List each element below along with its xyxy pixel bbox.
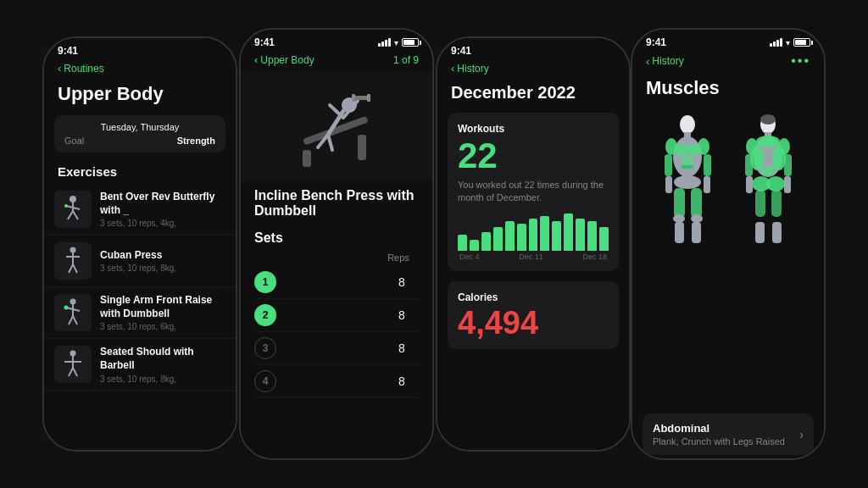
back-chevron-3: ‹: [451, 62, 454, 75]
exercise-item-3[interactable]: Single Arm Front Raise with Dumbbell 3 s…: [44, 287, 236, 339]
exercise-item-2[interactable]: Cuban Press 3 sets, 10 reps, 8kg,: [44, 236, 236, 287]
back-chevron-2: ‹: [254, 53, 258, 66]
svg-line-33: [328, 135, 332, 150]
back-chevron-4: ‹: [646, 55, 649, 68]
svg-rect-62: [761, 167, 775, 175]
nav-back-3[interactable]: ‹ History: [451, 62, 615, 75]
muscle-name-4: Abdominal: [653, 422, 785, 435]
svg-point-16: [64, 306, 69, 310]
chart-bar: [552, 221, 561, 251]
set-num-4[interactable]: 4: [254, 370, 276, 392]
svg-rect-65: [745, 154, 753, 176]
nav-bar-1: ‹ Routines: [44, 60, 236, 80]
exercise-name-1: Bent Over Rev Butterfly with _: [100, 191, 225, 217]
svg-point-51: [673, 214, 685, 223]
page-title-3: December 2022: [437, 80, 629, 109]
svg-line-14: [69, 316, 73, 324]
svg-rect-74: [772, 222, 782, 243]
set-num-2[interactable]: 2: [254, 304, 276, 326]
nav-row-2: ‹ Upper Body 1 of 9: [254, 53, 419, 66]
exercise-info-4: Seated Should with Barbell 3 sets, 10 re…: [100, 346, 225, 383]
chart-bar: [529, 219, 538, 251]
workouts-desc-3: You worked out 22 times during the month…: [458, 179, 609, 205]
page-title-2: Incline Bench Press with Dumbbell: [241, 181, 432, 222]
exercise-details-2: 3 sets, 10 reps, 8kg,: [100, 263, 225, 273]
exercise-info-3: Single Arm Front Raise with Dumbbell 3 s…: [100, 294, 225, 331]
set-reps-2: 8: [385, 308, 419, 322]
nav-counter-2: 1 of 9: [393, 54, 419, 66]
status-icons-2: ▾: [378, 38, 419, 47]
status-time-1: 9:41: [58, 45, 78, 57]
exercise-img-4: [54, 346, 92, 383]
section-title-1: Exercises: [44, 156, 236, 184]
svg-line-21: [73, 368, 77, 376]
calories-label-3: Calories: [458, 291, 609, 303]
phone-4: 9:41 ▾ ‹ History: [631, 28, 826, 460]
nav-back-2[interactable]: ‹ Upper Body: [254, 53, 314, 66]
phones-container: 9:41 ‹ Routines Upper Body Tuesday, Thur…: [0, 0, 868, 488]
chart-bar: [540, 216, 549, 251]
set-row-1[interactable]: 1 8: [254, 266, 419, 299]
svg-rect-40: [682, 161, 693, 164]
set-reps-3: 8: [385, 341, 419, 355]
exercise-hero-2: [241, 71, 432, 181]
svg-line-20: [69, 368, 73, 376]
svg-line-9: [69, 264, 73, 273]
chart-bar: [587, 221, 597, 251]
back-chevron-1: ‹: [58, 62, 61, 75]
svg-rect-29: [353, 96, 369, 100]
svg-rect-30: [352, 94, 355, 102]
incline-bench-illustration: [286, 75, 387, 177]
dots-menu-4[interactable]: •••: [791, 53, 810, 69]
goal-value-1: Strength: [177, 136, 215, 146]
set-num-1[interactable]: 1: [254, 271, 276, 293]
chart-bar: [576, 219, 585, 251]
exercise-item-1[interactable]: Bent Over Rev Butterfly with _ 3 sets, 1…: [44, 184, 236, 236]
svg-point-48: [674, 175, 701, 189]
nav-back-label-2: Upper Body: [260, 54, 314, 66]
set-reps-1: 8: [385, 275, 419, 289]
svg-point-59: [756, 136, 780, 147]
muscle-row-4: Abdominal Plank, Crunch with Legs Raised…: [653, 422, 804, 446]
svg-rect-68: [784, 176, 791, 193]
svg-point-17: [70, 351, 76, 357]
svg-point-34: [680, 115, 695, 134]
workouts-card-3: Workouts 22 You worked out 22 times duri…: [448, 113, 619, 271]
exercise-list-1: Bent Over Rev Butterfly with _ 3 sets, 1…: [44, 184, 236, 450]
set-row-4[interactable]: 4 8: [254, 365, 419, 398]
nav-row-4: ‹ History •••: [646, 53, 810, 69]
signal-bars-2: [378, 38, 391, 47]
exercise-info-2: Cuban Press 3 sets, 10 reps, 8kg,: [100, 249, 225, 274]
set-num-3[interactable]: 3: [254, 337, 276, 359]
info-card-1: Tuesday, Thursday Goal Strength: [54, 115, 225, 152]
muscle-info-card-4[interactable]: Abdominal Plank, Crunch with Legs Raised…: [643, 413, 814, 455]
status-bar-4: 9:41 ▾: [632, 30, 824, 52]
svg-point-5: [64, 204, 68, 208]
svg-line-3: [68, 211, 73, 219]
svg-rect-39: [682, 157, 693, 160]
exercise-item-4[interactable]: Seated Should with Barbell 3 sets, 10 re…: [44, 339, 236, 391]
svg-line-15: [73, 316, 77, 324]
nav-back-1[interactable]: ‹ Routines: [58, 62, 222, 75]
svg-point-42: [665, 138, 677, 155]
svg-rect-31: [367, 94, 370, 102]
nav-back-label-1: Routines: [64, 63, 103, 75]
exercise-name-4: Seated Should with Barbell: [100, 346, 225, 372]
status-icons-4: ▾: [770, 38, 810, 47]
sets-title-2: Sets: [254, 230, 419, 246]
chart-bar: [564, 214, 573, 251]
status-bar-1: 9:41: [44, 38, 236, 60]
nav-back-label-3: History: [457, 63, 488, 75]
wifi-icon-4: ▾: [786, 38, 790, 47]
svg-point-11: [70, 299, 76, 305]
svg-line-4: [73, 211, 78, 219]
sets-header-label-2: Reps: [381, 252, 415, 263]
nav-back-4[interactable]: ‹ History: [646, 55, 684, 68]
exercise-name-3: Single Arm Front Raise with Dumbbell: [100, 294, 225, 320]
status-time-2: 9:41: [254, 36, 275, 48]
set-row-2[interactable]: 2 8: [254, 299, 419, 332]
chart-bar: [493, 227, 503, 251]
set-row-3[interactable]: 3 8: [254, 332, 419, 365]
exercise-img-2: [54, 242, 92, 280]
chart-bar: [505, 221, 515, 251]
